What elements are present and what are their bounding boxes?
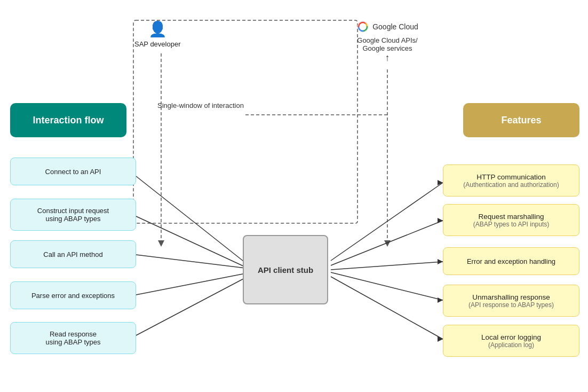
svg-line-6 xyxy=(136,176,245,263)
api-stub-box: API client stub xyxy=(243,235,328,304)
feature-box-logging[interactable]: Local error logging (Application log) xyxy=(443,325,579,357)
flow-box-parse[interactable]: Parse error and exceptions xyxy=(10,281,136,309)
svg-marker-18 xyxy=(438,259,443,264)
flow-box-construct[interactable]: Construct input requestusing ABAP types xyxy=(10,199,136,231)
svg-line-9 xyxy=(136,273,245,295)
feature-box-unmarshalling[interactable]: Unmarshalling response (API response to … xyxy=(443,285,579,317)
feature-box-error[interactable]: Error and exception handling xyxy=(443,247,579,275)
svg-line-14 xyxy=(331,272,443,300)
up-arrow-icon: ↑ xyxy=(385,52,390,64)
svg-marker-19 xyxy=(438,297,443,303)
features-header: Features xyxy=(463,103,579,137)
svg-line-12 xyxy=(331,221,443,265)
svg-marker-20 xyxy=(438,336,443,342)
person-icon: 👤 xyxy=(148,20,167,38)
svg-marker-17 xyxy=(438,218,443,223)
svg-line-8 xyxy=(136,255,245,268)
svg-line-7 xyxy=(136,216,245,267)
google-cloud-name: Google Cloud xyxy=(372,22,418,31)
single-window-label: Single-window of interaction xyxy=(157,101,244,109)
svg-line-13 xyxy=(331,262,443,270)
flow-box-connect[interactable]: Connect to an API xyxy=(10,158,136,185)
sap-developer-persona: 👤 SAP developer xyxy=(134,20,181,48)
google-cloud-persona: Google Cloud Google Cloud APIs/Google se… xyxy=(339,20,435,65)
svg-line-11 xyxy=(331,183,443,261)
interaction-flow-header: Interaction flow xyxy=(10,103,126,137)
svg-line-15 xyxy=(331,277,443,339)
google-cloud-services: Google Cloud APIs/Google services xyxy=(357,36,417,52)
svg-line-10 xyxy=(136,278,245,335)
feature-box-http[interactable]: HTTP communication (Authentication and a… xyxy=(443,164,579,197)
sap-developer-label: SAP developer xyxy=(134,40,181,48)
svg-marker-2 xyxy=(384,240,391,247)
svg-marker-16 xyxy=(438,180,443,185)
google-cloud-logo: Google Cloud xyxy=(356,20,418,33)
diagram-container: 👤 SAP developer Google Cloud Google Clou… xyxy=(0,0,588,392)
svg-marker-4 xyxy=(158,240,164,247)
flow-box-call[interactable]: Call an API method xyxy=(10,240,136,268)
flow-box-read[interactable]: Read responseusing ABAP types xyxy=(10,322,136,354)
feature-box-request[interactable]: Request marshalling (ABAP types to API i… xyxy=(443,204,579,236)
svg-rect-0 xyxy=(133,20,357,223)
